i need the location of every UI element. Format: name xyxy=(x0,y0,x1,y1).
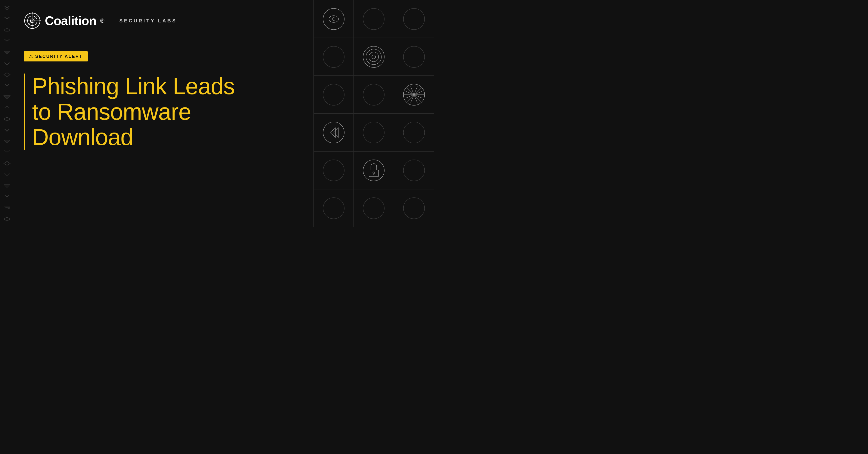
empty-circle-10 xyxy=(402,158,426,183)
svg-point-21 xyxy=(323,8,344,30)
empty-circle-11 xyxy=(322,196,346,220)
grid-cell-lock xyxy=(354,151,394,189)
headline-line1: Phishing Link Leads xyxy=(32,73,235,99)
svg-marker-5 xyxy=(4,140,10,143)
grid-cell-empty-5 xyxy=(314,76,354,114)
empty-circle-3 xyxy=(322,45,346,69)
grid-cell-empty-8 xyxy=(394,114,434,151)
svg-point-17 xyxy=(32,12,33,14)
headline-line3: Download xyxy=(32,124,133,150)
grid-cell-target xyxy=(354,38,394,76)
svg-point-51 xyxy=(373,172,375,174)
coalition-logo-icon xyxy=(24,12,41,29)
empty-circle-5 xyxy=(322,83,346,107)
burst-icon xyxy=(402,83,426,107)
strip-shape xyxy=(3,117,10,122)
svg-point-18 xyxy=(32,28,33,29)
target-icon xyxy=(362,45,386,69)
grid-cell-burst xyxy=(394,76,434,114)
strip-shape xyxy=(3,17,10,22)
empty-circle-8 xyxy=(402,121,426,144)
strip-shape xyxy=(3,205,10,210)
strip-shape xyxy=(3,138,10,144)
svg-rect-50 xyxy=(369,170,378,176)
empty-circle-7 xyxy=(362,121,386,144)
strip-shape xyxy=(3,217,10,222)
grid-cell-arrow xyxy=(314,114,354,151)
svg-point-46 xyxy=(363,122,384,143)
strip-shape xyxy=(3,38,10,44)
grid-cell-empty-7 xyxy=(354,114,394,151)
svg-point-33 xyxy=(363,84,384,105)
svg-marker-6 xyxy=(4,161,10,165)
header-divider xyxy=(112,13,112,28)
svg-point-26 xyxy=(323,46,344,67)
headline-text: Phishing Link Leads to Ransomware Downlo… xyxy=(32,73,235,150)
strip-shape xyxy=(3,150,10,155)
strip-shape xyxy=(3,50,10,55)
svg-marker-7 xyxy=(4,185,10,188)
svg-point-54 xyxy=(323,198,344,219)
left-decorative-strip xyxy=(0,0,14,227)
security-labs-label: SECURITY LABS xyxy=(119,18,177,24)
strip-shape xyxy=(3,83,10,89)
grid-cell-empty-13 xyxy=(394,189,434,227)
svg-point-27 xyxy=(363,46,384,67)
empty-circle-2 xyxy=(402,7,426,31)
svg-point-22 xyxy=(329,16,339,23)
main-content: Coalition ® SECURITY LABS ⚠ SECURITY ALE… xyxy=(14,0,313,227)
svg-marker-8 xyxy=(4,207,10,209)
grid-cell-empty-11 xyxy=(314,189,354,227)
strip-shape xyxy=(3,28,10,33)
empty-circle-9 xyxy=(322,158,346,183)
svg-point-28 xyxy=(366,49,381,65)
svg-marker-1 xyxy=(4,51,10,54)
svg-marker-4 xyxy=(4,117,10,121)
svg-point-31 xyxy=(403,46,425,67)
alert-badge-text: SECURITY ALERT xyxy=(35,54,83,59)
headline-line2: to Ransomware xyxy=(32,99,191,125)
registered-mark: ® xyxy=(100,18,104,24)
grid-cell-eye xyxy=(314,0,354,38)
header: Coalition ® SECURITY LABS xyxy=(24,12,299,29)
grid-cell-empty-10 xyxy=(394,151,434,189)
alert-badge: ⚠ SECURITY ALERT xyxy=(24,51,88,61)
svg-marker-3 xyxy=(4,96,10,99)
eye-icon xyxy=(322,7,346,31)
logo-area: Coalition ® xyxy=(24,12,104,29)
svg-point-25 xyxy=(403,8,425,30)
empty-circle-1 xyxy=(362,7,386,31)
svg-point-49 xyxy=(363,160,384,181)
svg-point-20 xyxy=(39,20,41,22)
svg-point-23 xyxy=(332,18,335,21)
svg-point-48 xyxy=(323,160,344,181)
grid-cell-empty-3 xyxy=(314,38,354,76)
svg-point-30 xyxy=(372,55,376,59)
strip-shape xyxy=(3,105,10,110)
strip-shape xyxy=(3,183,10,189)
strip-shape xyxy=(3,61,10,66)
empty-circle-4 xyxy=(402,45,426,69)
strip-shape xyxy=(3,5,10,10)
svg-point-53 xyxy=(403,160,425,181)
strip-shape xyxy=(3,194,10,199)
svg-point-19 xyxy=(24,20,25,22)
svg-marker-0 xyxy=(4,28,10,32)
strip-shape xyxy=(3,72,10,77)
grid-cell-empty-9 xyxy=(314,151,354,189)
header-rule xyxy=(24,39,299,39)
svg-point-55 xyxy=(363,198,384,219)
headline-area: Phishing Link Leads to Ransomware Downlo… xyxy=(24,73,299,150)
strip-shape xyxy=(3,161,10,166)
grid-cell-empty-1 xyxy=(354,0,394,38)
svg-point-43 xyxy=(323,122,344,143)
grid-cell-empty-4 xyxy=(394,38,434,76)
svg-point-32 xyxy=(323,84,344,105)
svg-point-56 xyxy=(403,198,425,219)
lock-icon xyxy=(362,158,386,183)
svg-point-47 xyxy=(403,122,425,143)
grid-cell-empty-6 xyxy=(354,76,394,114)
svg-marker-2 xyxy=(4,73,10,77)
svg-point-24 xyxy=(363,8,384,30)
strip-shape xyxy=(3,172,10,177)
